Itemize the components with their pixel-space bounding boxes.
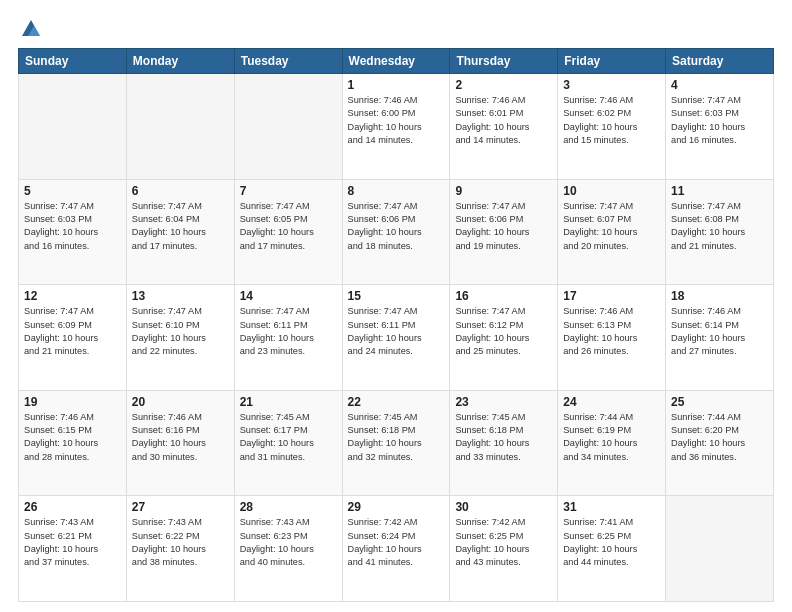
weekday-header-saturday: Saturday (666, 49, 774, 74)
week-row-4: 19Sunrise: 7:46 AMSunset: 6:15 PMDayligh… (19, 390, 774, 496)
day-number: 22 (348, 395, 445, 409)
calendar-cell: 23Sunrise: 7:45 AMSunset: 6:18 PMDayligh… (450, 390, 558, 496)
day-info: Sunrise: 7:46 AMSunset: 6:13 PMDaylight:… (563, 305, 660, 358)
day-info: Sunrise: 7:46 AMSunset: 6:00 PMDaylight:… (348, 94, 445, 147)
day-number: 25 (671, 395, 768, 409)
header (18, 18, 774, 40)
day-number: 26 (24, 500, 121, 514)
calendar-cell: 4Sunrise: 7:47 AMSunset: 6:03 PMDaylight… (666, 74, 774, 180)
day-info: Sunrise: 7:42 AMSunset: 6:25 PMDaylight:… (455, 516, 552, 569)
calendar-cell: 9Sunrise: 7:47 AMSunset: 6:06 PMDaylight… (450, 179, 558, 285)
day-info: Sunrise: 7:43 AMSunset: 6:23 PMDaylight:… (240, 516, 337, 569)
calendar-cell: 19Sunrise: 7:46 AMSunset: 6:15 PMDayligh… (19, 390, 127, 496)
calendar-cell: 12Sunrise: 7:47 AMSunset: 6:09 PMDayligh… (19, 285, 127, 391)
day-info: Sunrise: 7:47 AMSunset: 6:04 PMDaylight:… (132, 200, 229, 253)
day-number: 2 (455, 78, 552, 92)
week-row-1: 1Sunrise: 7:46 AMSunset: 6:00 PMDaylight… (19, 74, 774, 180)
day-number: 28 (240, 500, 337, 514)
weekday-header-sunday: Sunday (19, 49, 127, 74)
day-number: 30 (455, 500, 552, 514)
day-number: 5 (24, 184, 121, 198)
calendar-cell: 30Sunrise: 7:42 AMSunset: 6:25 PMDayligh… (450, 496, 558, 602)
day-info: Sunrise: 7:44 AMSunset: 6:20 PMDaylight:… (671, 411, 768, 464)
week-row-2: 5Sunrise: 7:47 AMSunset: 6:03 PMDaylight… (19, 179, 774, 285)
day-number: 15 (348, 289, 445, 303)
day-info: Sunrise: 7:47 AMSunset: 6:06 PMDaylight:… (348, 200, 445, 253)
day-info: Sunrise: 7:46 AMSunset: 6:01 PMDaylight:… (455, 94, 552, 147)
weekday-header-friday: Friday (558, 49, 666, 74)
day-info: Sunrise: 7:47 AMSunset: 6:10 PMDaylight:… (132, 305, 229, 358)
calendar-cell: 1Sunrise: 7:46 AMSunset: 6:00 PMDaylight… (342, 74, 450, 180)
calendar-cell (19, 74, 127, 180)
calendar-cell (126, 74, 234, 180)
calendar-cell: 28Sunrise: 7:43 AMSunset: 6:23 PMDayligh… (234, 496, 342, 602)
day-number: 8 (348, 184, 445, 198)
calendar-cell: 8Sunrise: 7:47 AMSunset: 6:06 PMDaylight… (342, 179, 450, 285)
day-info: Sunrise: 7:47 AMSunset: 6:12 PMDaylight:… (455, 305, 552, 358)
day-number: 18 (671, 289, 768, 303)
day-info: Sunrise: 7:47 AMSunset: 6:11 PMDaylight:… (348, 305, 445, 358)
calendar-cell: 20Sunrise: 7:46 AMSunset: 6:16 PMDayligh… (126, 390, 234, 496)
day-info: Sunrise: 7:43 AMSunset: 6:21 PMDaylight:… (24, 516, 121, 569)
calendar-cell: 11Sunrise: 7:47 AMSunset: 6:08 PMDayligh… (666, 179, 774, 285)
calendar-table: SundayMondayTuesdayWednesdayThursdayFrid… (18, 48, 774, 602)
day-info: Sunrise: 7:47 AMSunset: 6:09 PMDaylight:… (24, 305, 121, 358)
day-number: 3 (563, 78, 660, 92)
day-info: Sunrise: 7:45 AMSunset: 6:18 PMDaylight:… (348, 411, 445, 464)
day-number: 21 (240, 395, 337, 409)
day-number: 29 (348, 500, 445, 514)
day-number: 24 (563, 395, 660, 409)
calendar-cell: 18Sunrise: 7:46 AMSunset: 6:14 PMDayligh… (666, 285, 774, 391)
day-info: Sunrise: 7:46 AMSunset: 6:02 PMDaylight:… (563, 94, 660, 147)
calendar-cell: 29Sunrise: 7:42 AMSunset: 6:24 PMDayligh… (342, 496, 450, 602)
day-info: Sunrise: 7:47 AMSunset: 6:06 PMDaylight:… (455, 200, 552, 253)
day-info: Sunrise: 7:41 AMSunset: 6:25 PMDaylight:… (563, 516, 660, 569)
calendar-cell: 6Sunrise: 7:47 AMSunset: 6:04 PMDaylight… (126, 179, 234, 285)
weekday-header-wednesday: Wednesday (342, 49, 450, 74)
day-info: Sunrise: 7:47 AMSunset: 6:08 PMDaylight:… (671, 200, 768, 253)
calendar-cell: 14Sunrise: 7:47 AMSunset: 6:11 PMDayligh… (234, 285, 342, 391)
calendar-cell: 22Sunrise: 7:45 AMSunset: 6:18 PMDayligh… (342, 390, 450, 496)
calendar-cell: 17Sunrise: 7:46 AMSunset: 6:13 PMDayligh… (558, 285, 666, 391)
calendar-cell: 3Sunrise: 7:46 AMSunset: 6:02 PMDaylight… (558, 74, 666, 180)
weekday-header-row: SundayMondayTuesdayWednesdayThursdayFrid… (19, 49, 774, 74)
day-number: 10 (563, 184, 660, 198)
day-number: 17 (563, 289, 660, 303)
day-number: 13 (132, 289, 229, 303)
day-number: 11 (671, 184, 768, 198)
calendar-cell: 2Sunrise: 7:46 AMSunset: 6:01 PMDaylight… (450, 74, 558, 180)
weekday-header-thursday: Thursday (450, 49, 558, 74)
day-info: Sunrise: 7:46 AMSunset: 6:16 PMDaylight:… (132, 411, 229, 464)
day-info: Sunrise: 7:43 AMSunset: 6:22 PMDaylight:… (132, 516, 229, 569)
day-number: 6 (132, 184, 229, 198)
day-number: 1 (348, 78, 445, 92)
day-info: Sunrise: 7:45 AMSunset: 6:18 PMDaylight:… (455, 411, 552, 464)
week-row-3: 12Sunrise: 7:47 AMSunset: 6:09 PMDayligh… (19, 285, 774, 391)
weekday-header-tuesday: Tuesday (234, 49, 342, 74)
calendar-cell: 10Sunrise: 7:47 AMSunset: 6:07 PMDayligh… (558, 179, 666, 285)
day-number: 9 (455, 184, 552, 198)
calendar-cell: 26Sunrise: 7:43 AMSunset: 6:21 PMDayligh… (19, 496, 127, 602)
calendar-cell (666, 496, 774, 602)
calendar-cell: 31Sunrise: 7:41 AMSunset: 6:25 PMDayligh… (558, 496, 666, 602)
day-info: Sunrise: 7:45 AMSunset: 6:17 PMDaylight:… (240, 411, 337, 464)
calendar-cell: 13Sunrise: 7:47 AMSunset: 6:10 PMDayligh… (126, 285, 234, 391)
day-info: Sunrise: 7:47 AMSunset: 6:05 PMDaylight:… (240, 200, 337, 253)
day-number: 20 (132, 395, 229, 409)
calendar-cell: 15Sunrise: 7:47 AMSunset: 6:11 PMDayligh… (342, 285, 450, 391)
week-row-5: 26Sunrise: 7:43 AMSunset: 6:21 PMDayligh… (19, 496, 774, 602)
day-number: 4 (671, 78, 768, 92)
day-number: 19 (24, 395, 121, 409)
calendar-cell: 16Sunrise: 7:47 AMSunset: 6:12 PMDayligh… (450, 285, 558, 391)
day-number: 27 (132, 500, 229, 514)
day-info: Sunrise: 7:46 AMSunset: 6:14 PMDaylight:… (671, 305, 768, 358)
calendar-cell: 24Sunrise: 7:44 AMSunset: 6:19 PMDayligh… (558, 390, 666, 496)
day-info: Sunrise: 7:44 AMSunset: 6:19 PMDaylight:… (563, 411, 660, 464)
page: SundayMondayTuesdayWednesdayThursdayFrid… (0, 0, 792, 612)
logo (18, 18, 42, 40)
calendar-cell: 27Sunrise: 7:43 AMSunset: 6:22 PMDayligh… (126, 496, 234, 602)
calendar-cell (234, 74, 342, 180)
day-number: 12 (24, 289, 121, 303)
day-info: Sunrise: 7:42 AMSunset: 6:24 PMDaylight:… (348, 516, 445, 569)
logo-icon (20, 18, 42, 40)
